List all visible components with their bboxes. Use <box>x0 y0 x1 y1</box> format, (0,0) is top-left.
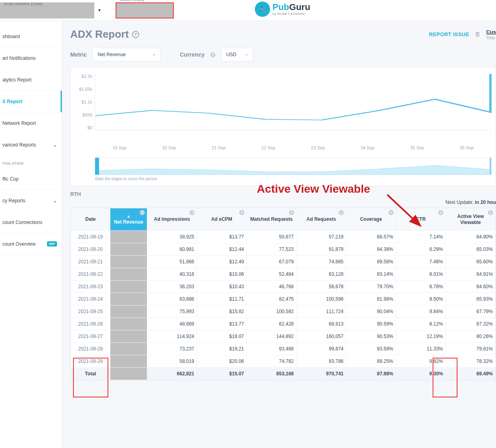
sidebar-item-network-report[interactable]: Network Report <box>0 112 62 134</box>
table-header[interactable]: Ad Impressions? <box>147 208 197 231</box>
table-row: 2021-09-1938,925$13.7750,67757,21988.57%… <box>71 231 496 243</box>
domain-selector[interactable]: DOMAINS(2) <box>116 2 174 18</box>
sidebar-item-account-overview[interactable]: count OverviewWIP <box>0 233 62 255</box>
help-icon[interactable]: ? <box>189 210 195 215</box>
help-icon[interactable]: ? <box>239 210 244 215</box>
sidebar-item-dashboard[interactable]: shboard <box>0 26 62 47</box>
wip-badge: WIP <box>47 241 57 246</box>
sort-asc-icon: ▲ <box>113 214 144 218</box>
chart-y-ticks: $2.2k$1.65k$1.1k$550$0 <box>75 74 95 130</box>
logo-text-pub: Pub <box>272 2 289 12</box>
domains-label: DOMAINS(2) <box>120 0 144 2</box>
sidebar-item-account-connections[interactable]: count Connections <box>0 212 62 233</box>
table-row: 2021-09-2060,981$12.4477,52391,87984.38%… <box>71 243 496 256</box>
page-title: ADX Report ? <box>70 28 139 41</box>
chevron-down-icon: ⌄ <box>53 198 57 204</box>
table-row: 2021-09-27114,924$18.07144,892160,05790.… <box>71 330 496 343</box>
table-header[interactable]: Coverage? <box>346 208 396 231</box>
help-icon[interactable]: ? <box>140 210 145 215</box>
table-header[interactable]: Date <box>71 208 110 231</box>
calendar-icon[interactable]: 🗓 <box>475 31 480 38</box>
help-icon[interactable]: ? <box>132 31 139 38</box>
help-icon[interactable]: ? <box>339 210 344 215</box>
table-row: 2021-09-2336,203$10.4346,76858,67879.70%… <box>71 281 496 293</box>
table-row: 2021-09-2151,866$12.4967,07974,88589.58%… <box>71 256 496 268</box>
table-row: 2021-09-2873,237$19.2193,46899,87493.59%… <box>71 343 496 355</box>
top-header: PUBLISHERS (2385) ▼ DOMAINS(2) 🧞 PubGuru… <box>0 0 496 21</box>
sidebar-item-traffic-cop[interactable]: ffic Cop <box>0 168 62 190</box>
scrubber-hint: Slide the edges to zoom the period <box>95 177 492 181</box>
table-row: 2021-09-2958,019$20.0674,78283,78689.25%… <box>71 355 496 368</box>
table-header[interactable]: ▲Net Revenue? <box>110 208 147 231</box>
table-row: 2021-09-2240,318$10.0652,48463,12883.14%… <box>71 268 496 281</box>
sidebar-section-violation: VIOLATION <box>0 156 62 168</box>
logo: 🧞 PubGuru by MONETIZEMORE <box>255 2 310 17</box>
table-row: 2021-09-2463,686$11.7182,475100,59881.98… <box>71 293 496 305</box>
date-range-custom[interactable]: Cus <box>486 29 496 35</box>
chart-plot[interactable] <box>95 74 492 130</box>
chevron-down-icon: ▼ <box>98 8 102 12</box>
table-header[interactable]: Ad Requests? <box>297 208 346 231</box>
metric-select[interactable]: Net Revenue <box>92 48 161 61</box>
help-icon[interactable]: ? <box>438 210 443 215</box>
logo-text-guru: Guru <box>289 2 311 12</box>
currency-select[interactable]: USD <box>221 48 253 61</box>
table-header[interactable]: Ad eCPM? <box>197 208 247 231</box>
report-issue-link[interactable]: REPORT ISSUE <box>429 31 469 37</box>
logo-icon: 🧞 <box>255 2 270 17</box>
table-header[interactable]: Active View Viewable? <box>446 208 496 231</box>
table-total-row: Total662,821$15.07853,168970,74187.88%9.… <box>71 368 496 380</box>
chart-card: $2.2k$1.65k$1.1k$550$0 19 Sep20 Sep21 Se… <box>70 67 496 186</box>
chart-x-ticks: 19 Sep20 Sep21 Sep22 Sep23 Sep24 Sep25 S… <box>95 145 492 150</box>
help-icon[interactable]: ? <box>210 52 215 57</box>
table-row: 2021-09-2648,669$13.7762,42868,91390.59%… <box>71 318 496 330</box>
sidebar: shboard art Notifications alytics Report… <box>0 21 62 448</box>
table-header[interactable]: Matched Requests? <box>247 208 297 231</box>
main-content: ADX Report ? REPORT ISSUE 🗓 Cus Time Met… <box>62 21 496 448</box>
help-icon[interactable]: ? <box>488 210 493 215</box>
publishers-label: PUBLISHERS (2385) <box>4 2 43 6</box>
logo-subtext: by MONETIZEMORE <box>272 12 310 16</box>
sidebar-item-analytics-report[interactable]: alytics Report <box>0 69 62 91</box>
chart-line <box>95 74 492 130</box>
scrubber-area <box>95 158 491 175</box>
sidebar-item-cy-reports[interactable]: cy Reports⌄ <box>0 190 62 212</box>
help-icon[interactable]: ? <box>289 210 294 215</box>
metric-label: Metric <box>70 51 87 58</box>
currency-label: Currency <box>180 51 204 58</box>
sidebar-item-smart-notifications[interactable]: art Notifications <box>0 47 62 69</box>
chart-scrubber[interactable] <box>95 157 492 175</box>
svg-rect-0 <box>95 158 99 175</box>
sidebar-item-advanced-reports[interactable]: vanced Reports⌄ <box>0 134 62 156</box>
next-update: Next Update: in 20 hou <box>70 200 496 205</box>
chevron-down-icon: ⌄ <box>53 142 57 148</box>
help-icon[interactable]: ? <box>388 210 394 215</box>
sidebar-item-adx-report[interactable]: X Report <box>0 91 62 112</box>
publisher-selector[interactable]: PUBLISHERS (2385) <box>0 2 94 18</box>
report-table: Date▲Net Revenue?Ad Impressions?Ad eCPM?… <box>70 208 496 381</box>
metric-controls: Metric Net Revenue Currency ? USD <box>70 48 496 61</box>
rth-label: RTH <box>70 191 496 197</box>
table-row: 2021-09-2575,993$15.82100,592111,72490.0… <box>71 305 496 318</box>
time-label: Time <box>486 36 495 40</box>
table-header[interactable]: CTR? <box>396 208 446 231</box>
